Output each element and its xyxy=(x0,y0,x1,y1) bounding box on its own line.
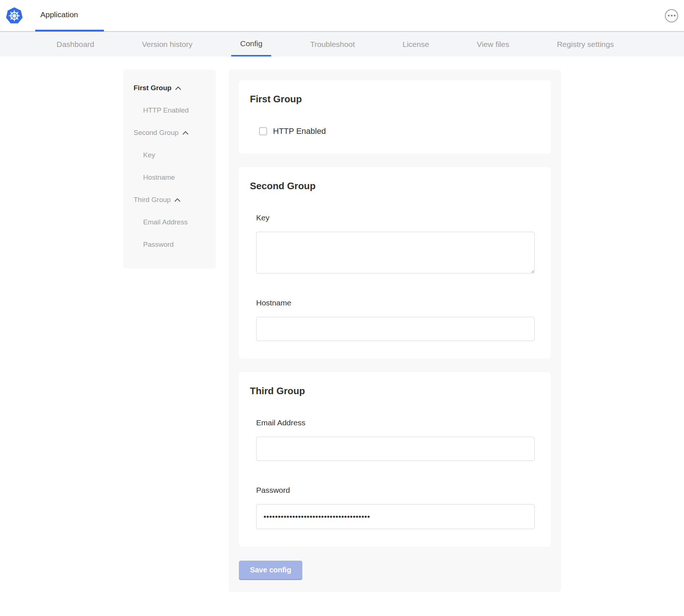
chevron-up-icon xyxy=(174,198,181,202)
http-enabled-checkbox[interactable] xyxy=(259,127,267,135)
sidebar-item-label: Email Address xyxy=(143,218,188,226)
hostname-input[interactable] xyxy=(256,317,535,341)
sidebar-item-http-enabled[interactable]: HTTP Enabled xyxy=(123,105,216,115)
config-sidebar: First Group HTTP Enabled Second Group Ke… xyxy=(123,70,216,268)
sidebar-item-password[interactable]: Password xyxy=(123,239,216,250)
group-title: Second Group xyxy=(250,180,535,191)
tab-registry-settings[interactable]: Registry settings xyxy=(548,32,623,56)
tab-view-files[interactable]: View files xyxy=(468,32,518,56)
sidebar-item-label: Hostname xyxy=(143,173,175,182)
password-label: Password xyxy=(256,486,535,495)
password-input[interactable]: ••••••••••••••••••••••••••••••••••••• xyxy=(256,504,535,529)
email-address-input[interactable] xyxy=(256,437,535,461)
config-page: First Group HTTP Enabled Second Group Ke… xyxy=(123,70,684,592)
sidebar-item-label: Password xyxy=(143,241,174,249)
config-group-second: Second Group Key Hostname xyxy=(239,167,551,359)
sidebar-item-second-group[interactable]: Second Group xyxy=(123,128,216,138)
save-config-button[interactable]: Save config xyxy=(239,561,302,579)
tab-application[interactable]: Application xyxy=(35,0,104,32)
chevron-up-icon xyxy=(182,131,189,135)
sidebar-item-label: First Group xyxy=(134,84,171,92)
email-address-label: Email Address xyxy=(256,418,535,427)
http-enabled-checkbox-row[interactable]: HTTP Enabled xyxy=(259,126,535,136)
key-textarea[interactable] xyxy=(256,232,535,274)
sidebar-item-key[interactable]: Key xyxy=(123,150,216,160)
checkbox-label: HTTP Enabled xyxy=(273,126,326,136)
app-header: Application xyxy=(0,0,684,32)
chevron-up-icon xyxy=(175,86,181,90)
config-group-first: First Group HTTP Enabled xyxy=(239,80,551,154)
key-label: Key xyxy=(256,213,535,222)
group-title: Third Group xyxy=(250,385,535,396)
config-group-third: Third Group Email Address Password •••••… xyxy=(239,372,551,547)
app-navbar: Dashboard Version history Config Trouble… xyxy=(0,32,684,56)
ellipsis-menu-icon[interactable] xyxy=(665,9,678,22)
tab-troubleshoot[interactable]: Troubleshoot xyxy=(301,32,364,56)
sidebar-item-label: HTTP Enabled xyxy=(143,106,189,114)
app-title: Application xyxy=(40,10,78,19)
sidebar-item-first-group[interactable]: First Group xyxy=(123,83,216,93)
hostname-label: Hostname xyxy=(256,298,535,307)
kubernetes-logo-icon xyxy=(6,7,23,25)
tab-config[interactable]: Config xyxy=(231,32,271,56)
tab-license[interactable]: License xyxy=(394,32,438,56)
group-title: First Group xyxy=(250,94,535,104)
sidebar-item-label: Key xyxy=(143,151,155,159)
tab-dashboard[interactable]: Dashboard xyxy=(48,32,103,56)
sidebar-item-label: Second Group xyxy=(134,129,179,137)
sidebar-item-email-address[interactable]: Email Address xyxy=(123,217,216,227)
sidebar-item-label: Third Group xyxy=(134,196,171,204)
sidebar-item-hostname[interactable]: Hostname xyxy=(123,172,216,183)
sidebar-item-third-group[interactable]: Third Group xyxy=(123,195,216,205)
config-form-panel: First Group HTTP Enabled Second Group Ke… xyxy=(229,70,561,592)
tab-version-history[interactable]: Version history xyxy=(133,32,201,56)
